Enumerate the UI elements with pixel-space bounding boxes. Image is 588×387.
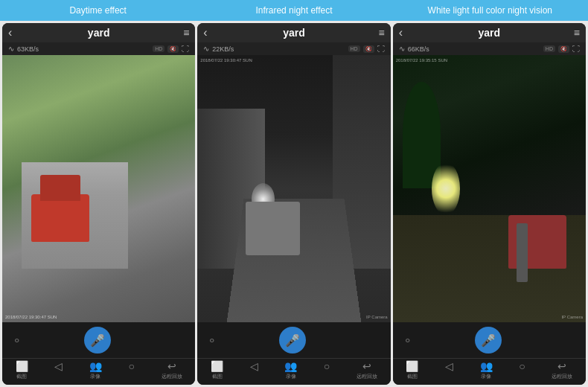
controls-infrared: ⚬ 🎤 ⬜ 截图 ◁ 👥 录像 ○: [197, 322, 390, 385]
home-nav-icon-whitelight: ○: [519, 360, 525, 372]
screenshot-label-infrared: 截图: [212, 373, 223, 380]
phones-row: ‹ yard ≡ ∿ 63KB/s HD 🔇 ⛶ 2018/07/22 19:3…: [0, 21, 588, 387]
screenshot-icon-whitelight: ⬜: [406, 360, 418, 372]
person-wl: [517, 223, 528, 282]
nav-screenshot-daytime[interactable]: ⬜ 截图: [16, 360, 28, 380]
mic-button-infrared[interactable]: 🎤: [279, 327, 306, 354]
nav-record-whitelight[interactable]: 👥 录像: [480, 360, 493, 380]
status-left-daytime: ∿ 63KB/s: [8, 45, 39, 53]
replay-icon-infrared: ↩: [362, 360, 371, 372]
status-right-daytime: HD 🔇 ⛶: [153, 45, 189, 53]
screenshot-icon-daytime: ⬜: [16, 360, 28, 372]
status-left-infrared: ∿ 22KB/s: [203, 45, 234, 53]
mic-row-infrared: ⚬ 🎤: [207, 327, 380, 354]
screenshot-label-daytime: 截图: [16, 373, 27, 380]
bulb-icon-infrared[interactable]: ⚬: [207, 333, 217, 348]
wifi-icon-whitelight: ∿: [399, 45, 405, 53]
nav-replay-whitelight[interactable]: ↩ 远程回放: [552, 360, 572, 380]
speed-daytime: 63KB/s: [17, 45, 39, 53]
home-nav-icon-daytime: ○: [128, 360, 134, 372]
ip-label-ir: IP Camera: [366, 315, 388, 319]
nav-replay-infrared[interactable]: ↩ 远程回放: [357, 360, 377, 380]
status-left-whitelight: ∿ 66KB/s: [399, 45, 429, 53]
screenshot-label-whitelight: 截图: [407, 373, 418, 380]
record-label-whitelight: 录像: [481, 373, 491, 380]
bottom-nav-infrared: ⬜ 截图 ◁ 👥 录像 ○ ↩ 远程回放: [197, 358, 390, 383]
car-ir: [246, 202, 300, 255]
daytime-label: Daytime effect: [0, 0, 196, 21]
vol-btn-daytime[interactable]: 🔇: [167, 45, 179, 53]
vol-btn-infrared[interactable]: 🔇: [363, 45, 374, 53]
hd-btn-infrared[interactable]: HD: [348, 45, 360, 52]
nav-home-daytime[interactable]: ○: [128, 360, 134, 380]
nav-back-whitelight[interactable]: ◁: [445, 360, 453, 380]
mic-symbol-whitelight: 🎤: [481, 333, 496, 348]
nav-record-infrared[interactable]: 👥 录像: [284, 360, 297, 380]
nav-back-infrared[interactable]: ◁: [250, 360, 258, 380]
camera-feed-whitelight: 2018/07/22 19:35:15 SUN IP Camera: [393, 55, 586, 322]
controls-daytime: ⚬ 🎤 ⬜ 截图 ◁ 👥 录像 ○: [2, 322, 195, 385]
screenshot-icon-infrared: ⬜: [211, 360, 223, 372]
feed-whitelight-visual: 2018/07/22 19:35:15 SUN IP Camera: [393, 55, 586, 322]
timestamp-ir: 2018/07/22 19:30:47 SUN: [200, 58, 252, 63]
nav-back-daytime[interactable]: ◁: [54, 360, 63, 380]
controls-whitelight: ⚬ 🎤 ⬜ 截图 ◁ 👥 录像 ○: [393, 322, 586, 385]
bottom-nav-whitelight: ⬜ 截图 ◁ 👥 录像 ○ ↩ 远程回放: [393, 358, 586, 383]
wifi-icon-infrared: ∿: [203, 45, 209, 53]
mic-symbol-infrared: 🎤: [285, 333, 300, 348]
phone-infrared-header: ‹ yard ≡: [197, 23, 390, 42]
bulb-icon-daytime[interactable]: ⚬: [12, 333, 22, 348]
feed-daytime-visual: 2018/07/22 19:30:47 SUN: [2, 55, 195, 322]
expand-icon-whitelight[interactable]: ⛶: [572, 45, 580, 53]
record-label-infrared: 录像: [286, 373, 296, 380]
phone-whitelight-header: ‹ yard ≡: [393, 23, 586, 42]
bottom-nav-daytime: ⬜ 截图 ◁ 👥 录像 ○ ↩ 远程回放: [2, 358, 195, 383]
whitelight-label-text: White light full color night vision: [428, 5, 552, 16]
phone-whitelight: ‹ yard ≡ ∿ 66KB/s HD 🔇 ⛶ 2018/07/22 19:: [393, 23, 586, 385]
nav-home-whitelight[interactable]: ○: [519, 360, 525, 380]
nav-screenshot-infrared[interactable]: ⬜ 截图: [211, 360, 223, 380]
menu-icon-whitelight[interactable]: ≡: [574, 27, 580, 39]
timestamp-wl: 2018/07/22 19:35:15 SUN: [396, 58, 447, 63]
hd-btn-whitelight[interactable]: HD: [543, 45, 555, 52]
speed-infrared: 22KB/s: [212, 45, 234, 53]
ip-label-wl: IP Camera: [561, 315, 583, 319]
mic-button-daytime[interactable]: 🎤: [84, 327, 111, 354]
bulb-icon-whitelight[interactable]: ⚬: [403, 333, 412, 348]
camera-feed-daytime: 2018/07/22 19:30:47 SUN: [2, 55, 195, 322]
nav-home-infrared[interactable]: ○: [324, 360, 330, 380]
title-whitelight: yard: [479, 27, 501, 39]
mic-row-daytime: ⚬ 🎤: [12, 327, 185, 354]
timestamp-daytime: 2018/07/22 19:30:47 SUN: [5, 315, 57, 319]
back-nav-icon-infrared: ◁: [250, 360, 258, 372]
hd-btn-daytime[interactable]: HD: [153, 45, 164, 52]
camera-feed-infrared: 2018/07/22 19:30:47 SUN IP Camera: [197, 55, 390, 322]
mic-symbol-daytime: 🎤: [90, 333, 105, 348]
replay-icon-whitelight: ↩: [557, 360, 566, 372]
replay-icon-daytime: ↩: [167, 360, 176, 372]
nav-record-daytime[interactable]: 👥 录像: [89, 360, 102, 380]
expand-icon-infrared[interactable]: ⛶: [377, 45, 385, 53]
speed-whitelight: 66KB/s: [408, 45, 429, 53]
expand-icon-daytime[interactable]: ⛶: [182, 45, 189, 53]
vol-btn-whitelight[interactable]: 🔇: [558, 45, 569, 53]
back-icon-daytime[interactable]: ‹: [8, 26, 12, 39]
replay-label-infrared: 远程回放: [357, 373, 377, 380]
record-label-daytime: 录像: [90, 373, 100, 380]
status-right-whitelight: HD 🔇 ⛶: [543, 45, 580, 53]
nav-screenshot-whitelight[interactable]: ⬜ 截图: [406, 360, 418, 380]
feed-infrared-visual: 2018/07/22 19:30:47 SUN IP Camera: [197, 55, 390, 322]
menu-icon-daytime[interactable]: ≡: [183, 27, 189, 39]
nav-replay-daytime[interactable]: ↩ 远程回放: [162, 360, 182, 380]
replay-label-whitelight: 远程回放: [552, 373, 572, 380]
mic-row-whitelight: ⚬ 🎤: [403, 327, 576, 354]
record-icon-infrared: 👥: [284, 360, 297, 372]
back-icon-infrared[interactable]: ‹: [203, 26, 207, 39]
back-nav-icon-whitelight: ◁: [445, 360, 453, 372]
status-bar-whitelight: ∿ 66KB/s HD 🔇 ⛶: [393, 42, 586, 55]
record-icon-daytime: 👥: [89, 360, 102, 372]
back-icon-whitelight[interactable]: ‹: [399, 26, 403, 39]
mic-button-whitelight[interactable]: 🎤: [475, 327, 502, 354]
menu-icon-infrared[interactable]: ≡: [378, 27, 384, 39]
car-daytime: [31, 194, 89, 243]
